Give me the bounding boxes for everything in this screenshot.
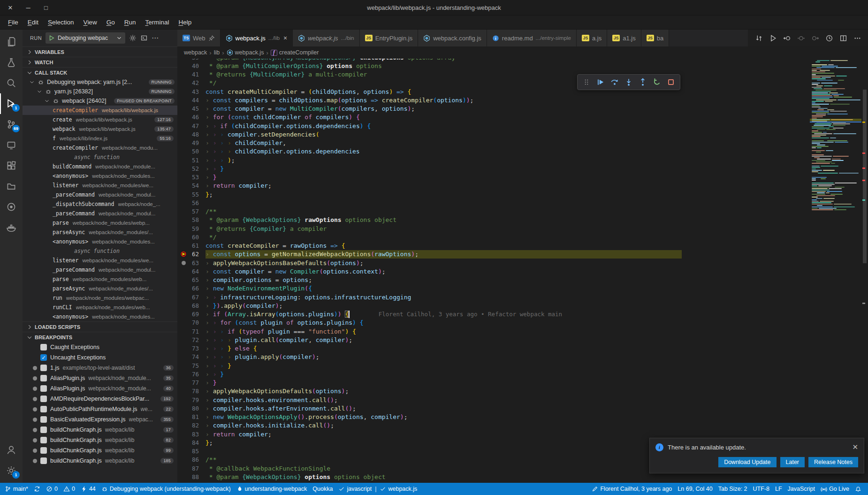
step-into-icon[interactable] [622, 76, 636, 89]
code-line[interactable]: 59 * @returns {Compiler} a compiler [177, 224, 810, 233]
menu-help[interactable]: Help [174, 17, 196, 27]
code-line[interactable]: 73›››} else { [177, 344, 810, 353]
wallaby-file-status[interactable]: webpack.js [377, 483, 420, 495]
stack-frame-row[interactable]: listenerwebpack/node_modules/we... [23, 256, 177, 265]
breakpoint-row[interactable]: AutoPublicPathRuntimeModule.jswe...22 [23, 404, 177, 414]
reverse-continue-icon[interactable] [795, 32, 807, 44]
exception-breakpoint-row[interactable]: Caught Exceptions [23, 342, 177, 352]
stack-frame-row[interactable]: parseAsyncwebpack/node_modules/... [23, 228, 177, 237]
gear-icon[interactable] [129, 34, 137, 42]
step-over-icon[interactable] [608, 76, 622, 89]
checkbox[interactable] [40, 426, 47, 433]
activity-search-icon[interactable] [0, 73, 23, 93]
warning-count[interactable]: 0 [61, 483, 78, 495]
menu-terminal[interactable]: Terminal [141, 17, 173, 27]
tab-ba[interactable]: JSba [641, 30, 669, 46]
activity-remote-explorer-icon[interactable] [0, 135, 23, 155]
code-line[interactable]: 54›return compiler; [177, 182, 810, 190]
code-line[interactable]: 41 * @returns {MultiCompiler} a multi-co… [177, 70, 810, 79]
stack-frame-row[interactable]: fwebpack/lib/index.js55:16 [23, 134, 177, 143]
more-actions-icon[interactable] [851, 32, 863, 44]
breakpoint-row[interactable]: BasicEvaluatedExpression.jswebpac...355 [23, 414, 177, 425]
activity-account-icon[interactable] [0, 440, 23, 460]
cursor-position[interactable]: Ln 69, Col 40 [675, 483, 715, 495]
code-line[interactable]: 83›return compiler; [177, 430, 810, 438]
code-line[interactable]: 47››if (childCompiler.options.dependenci… [177, 122, 810, 130]
breadcrumb-item[interactable]: lib [214, 49, 220, 56]
code-line[interactable]: 66›new NodeEnvironmentPlugin({ [177, 284, 810, 293]
code-line[interactable]: 70››for (const plugin of options.plugins… [177, 319, 810, 327]
code-line[interactable]: 55}; [177, 190, 810, 198]
stack-frame-row[interactable]: createwebpack/lib/webpack.js127:16 [23, 115, 177, 124]
stack-frame-row[interactable]: createCompilerwebpack/node_modu... [23, 143, 177, 152]
stack-frame-row[interactable]: runwebpack/node_modules/webpac... [23, 293, 177, 303]
open-changes-icon[interactable] [753, 32, 765, 44]
checkbox[interactable] [40, 396, 47, 402]
code-line[interactable]: 80›compiler.hooks.afterEnvironment.call(… [177, 404, 810, 412]
stack-frame-row[interactable]: runCLIwebpack/node_modules/web... [23, 303, 177, 312]
code-line[interactable]: 81›new WebpackOptionsApply().process(opt… [177, 413, 810, 421]
code-line[interactable]: 69›if (Array.isArray(options.plugins)) {… [177, 310, 810, 319]
breakpoint-row[interactable]: buildChunkGraph.jswebpack/lib185 [23, 456, 177, 466]
split-editor-icon[interactable] [837, 32, 849, 44]
encoding-status[interactable]: UTF-8 [750, 483, 772, 495]
code-line[interactable]: 53›} [177, 173, 810, 182]
code-line[interactable]: 71›››if (typeof plugin === "function") { [177, 327, 810, 335]
code-line[interactable]: 67››infrastructureLogging: options.infra… [177, 293, 810, 301]
activity-quokka-icon[interactable] [0, 197, 23, 217]
code-line[interactable]: 89 * @param {Callback<Stats>=} callback … [177, 481, 810, 483]
debug-session-row[interactable]: webpack [26402]PAUSED ON BREAKPOINT [23, 96, 177, 106]
breakpoint-row[interactable]: 1.jsexamples/top-level-await/dist36 [23, 363, 177, 373]
chevron-down-icon[interactable] [44, 98, 50, 104]
code-line[interactable]: 56 [177, 198, 810, 207]
code-line[interactable]: 75›››} [177, 361, 810, 370]
breadcrumb-item[interactable]: ƒcreateCompiler [271, 49, 319, 56]
code-line[interactable]: 64›const compiler = new Compiler(options… [177, 267, 810, 275]
breakpoint-icon[interactable] [177, 261, 190, 265]
tab-readme-md[interactable]: readme.md.../entry-simple [487, 30, 577, 46]
code-line[interactable]: 79›compiler.hooks.environment.call(); [177, 396, 810, 404]
breakpoint-row[interactable]: buildChunkGraph.jswebpack/lib17 [23, 425, 177, 435]
menu-go[interactable]: Go [102, 17, 119, 27]
code-line[interactable]: 45›const compiler = new MultiCompiler(co… [177, 105, 810, 113]
pin-icon[interactable] [208, 35, 215, 41]
chevron-down-icon[interactable] [29, 79, 35, 85]
exception-breakpoint-row[interactable]: ✓Uncaught Exceptions [23, 352, 177, 363]
tab-webpack-js[interactable]: webpack.js.../bin [293, 30, 359, 46]
restart-icon[interactable] [650, 76, 664, 89]
git-blame-status[interactable]: Florent Cailhol, 3 years ago [589, 483, 675, 495]
checkbox[interactable] [40, 375, 47, 381]
code-line[interactable]: 74››››plugin.apply(compiler); [177, 353, 810, 361]
step-back-icon[interactable] [781, 32, 793, 44]
stack-frame-row[interactable]: webpackwebpack/lib/webpack.js135:47 [23, 124, 177, 134]
stack-frame-row[interactable]: _parseCommandwebpack/node_modul... [23, 209, 177, 218]
code-line[interactable]: 44›const compilers = childOptions.map(op… [177, 96, 810, 104]
activity-settings-gear-icon[interactable]: 1 [0, 460, 23, 481]
notifications-bell[interactable] [852, 483, 864, 495]
step-out-icon[interactable] [636, 76, 650, 89]
activity-source-control-icon[interactable]: 69 [0, 114, 23, 135]
run-icon[interactable] [767, 32, 779, 44]
activity-docker-icon[interactable] [0, 217, 23, 238]
activity-extensions-icon[interactable] [0, 155, 23, 176]
code-line[interactable]: 68›}).apply(compiler); [177, 301, 810, 310]
checkbox[interactable] [40, 385, 47, 392]
stack-frame-row[interactable]: <anonymous>webpack/node_modules... [23, 171, 177, 181]
checkbox[interactable] [40, 457, 47, 464]
error-count[interactable]: 0 [43, 483, 61, 495]
overview-ruler-scrollbar[interactable] [861, 59, 868, 483]
code-line[interactable]: 63›applyWebpackOptionsBaseDefaults(optio… [177, 259, 810, 267]
timeline-icon[interactable] [823, 32, 835, 44]
code-line[interactable]: 49››››childCompiler, [177, 139, 810, 147]
code-line[interactable]: 65›compiler.options = options; [177, 276, 810, 284]
go-live-button[interactable]: Go Live [818, 483, 852, 495]
stack-frame-row[interactable]: listenerwebpack/node_modules/we... [23, 181, 177, 190]
minimap[interactable] [810, 59, 861, 483]
checkbox[interactable]: ✓ [40, 354, 47, 361]
close-icon[interactable]: ✕ [852, 443, 858, 451]
checkbox[interactable] [40, 437, 47, 443]
more-actions-icon[interactable]: ⋯ [152, 34, 159, 42]
debug-config-dropdown[interactable]: Debugging webpac [46, 32, 125, 44]
breakpoint-row[interactable]: AliasPlugin.jswebpack/node_module...40 [23, 383, 177, 394]
tab-a-js[interactable]: JSa.js [577, 30, 607, 46]
